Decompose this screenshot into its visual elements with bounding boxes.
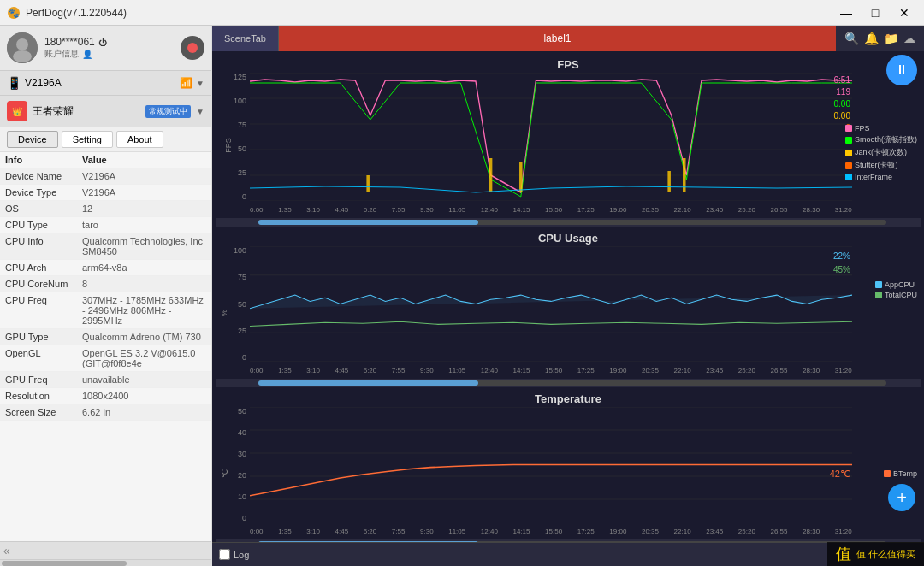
svg-point-3 bbox=[16, 38, 28, 50]
cpu-scroll-thumb[interactable] bbox=[258, 380, 478, 386]
scroll-thumb bbox=[2, 561, 127, 566]
fps-scroll-thumb[interactable] bbox=[258, 220, 478, 225]
cpu-scroll-track bbox=[258, 380, 886, 386]
cpu-current-display: 22% 45% bbox=[833, 250, 850, 277]
bottom-bar: Log bbox=[212, 542, 924, 566]
info-val-label: arm64-v8a bbox=[82, 262, 206, 273]
record-button[interactable] bbox=[181, 36, 204, 60]
info-key-label: CPU CoreNum bbox=[5, 279, 82, 289]
cpu-legend-total: TotalCPU bbox=[875, 291, 917, 299]
label-tab[interactable]: label1 bbox=[279, 26, 836, 51]
info-key-label: Device Type bbox=[5, 187, 82, 198]
info-val-label: unavailable bbox=[82, 374, 206, 385]
temp-legend: BTemp bbox=[884, 469, 917, 478]
settings-icon[interactable]: 👤 bbox=[82, 50, 92, 59]
fps-chart-section: FPS 1251007550250 FPS bbox=[212, 55, 924, 227]
log-checkbox[interactable] bbox=[219, 549, 230, 560]
temp-legend-btemp: BTemp bbox=[884, 469, 917, 478]
temp-scrollbar[interactable] bbox=[216, 539, 921, 542]
interframe-legend-color bbox=[845, 174, 852, 180]
temp-scroll-thumb[interactable] bbox=[258, 541, 478, 542]
info-header-key: Info bbox=[5, 155, 82, 165]
cpu-scrollbar[interactable] bbox=[216, 379, 921, 387]
smooth-legend-color bbox=[845, 137, 852, 144]
temp-chart-container: 50403020100 ℃ bbox=[216, 407, 921, 539]
info-val-label: V2196A bbox=[82, 187, 206, 198]
scene-tab[interactable]: SceneTab bbox=[212, 26, 279, 51]
svg-rect-13 bbox=[519, 162, 523, 192]
fps-scrollbar[interactable] bbox=[216, 218, 921, 227]
fps-chart-container: 1251007550250 FPS bbox=[216, 73, 921, 218]
fps-legend-stutter: Stutter(卡顿) bbox=[845, 160, 917, 171]
app-icon: 🐾 bbox=[7, 6, 21, 20]
info-val-label: 307MHz - 1785MHz 633MHz - 2496MHz 806MHz… bbox=[82, 295, 206, 326]
cpu-canvas bbox=[250, 246, 852, 362]
watermark-logo: 值 bbox=[836, 544, 851, 564]
fps-legend-interframe: InterFrame bbox=[845, 173, 917, 181]
fps-val3: 0.00 bbox=[834, 110, 850, 122]
info-row: Resolution1080x2400 bbox=[0, 388, 211, 404]
info-val-label: 8 bbox=[82, 279, 206, 289]
fps-y-axis: 1251007550250 bbox=[216, 73, 250, 201]
add-chart-button[interactable]: + bbox=[888, 484, 915, 511]
info-table: InfoValueDevice NameV2196ADevice TypeV21… bbox=[0, 152, 211, 541]
app-name-label: 王者荣耀 bbox=[33, 104, 140, 119]
svg-point-4 bbox=[13, 50, 32, 62]
info-row: OpenGLOpenGL ES 3.2 V@0615.0 (GIT@f0f8e4… bbox=[0, 345, 211, 372]
info-row: CPU InfoQualcomm Technologies, Inc SM845… bbox=[0, 233, 211, 260]
power-icon[interactable]: ⏻ bbox=[98, 38, 107, 47]
nav-arrows[interactable]: « bbox=[3, 544, 10, 557]
tab-device[interactable]: Device bbox=[7, 131, 58, 148]
device-dropdown-icon[interactable]: ▼ bbox=[196, 79, 204, 88]
tab-about[interactable]: About bbox=[116, 131, 163, 148]
fps-val2: 0.00 bbox=[834, 98, 850, 110]
device-row[interactable]: 📱 V2196A 📶 ▼ bbox=[0, 71, 211, 96]
fps-time-val: 6:51 bbox=[834, 74, 850, 86]
fps-chart-title: FPS bbox=[212, 55, 924, 73]
wifi-icon: 📶 bbox=[180, 77, 192, 89]
device-name-label: V2196A bbox=[25, 77, 176, 89]
cpu-x-axis: 0:001:353:104:456:207:559:3011:0512:4014… bbox=[250, 362, 852, 379]
app-row[interactable]: 👑 王者荣耀 常规测试中 ▼ bbox=[0, 96, 211, 127]
info-val-label: Qualcomm Adreno (TM) 730 bbox=[82, 332, 206, 342]
info-key-label: CPU Arch bbox=[5, 262, 82, 273]
temp-scroll-track bbox=[258, 541, 886, 542]
window-title: PerfDog(v7.1.220544) bbox=[26, 7, 833, 19]
sidebar-horizontal-scrollbar[interactable] bbox=[0, 559, 211, 566]
cpu-y-axis: 1007550250 bbox=[216, 246, 250, 362]
info-row: CPU Typetaro bbox=[0, 217, 211, 233]
info-val-label: OpenGL ES 3.2 V@0615.0 (GIT@f0f8e4e bbox=[82, 348, 206, 368]
cloud-icon[interactable]: ☁ bbox=[903, 32, 915, 45]
info-val-label: 1080x2400 bbox=[82, 391, 206, 401]
fps-legend: FPS Smooth(流畅指数) Jank(卡顿次数) Stutter bbox=[845, 124, 917, 181]
info-header-val: Value bbox=[82, 155, 206, 165]
info-row: CPU Freq307MHz - 1785MHz 633MHz - 2496MH… bbox=[0, 292, 211, 329]
tab-setting[interactable]: Setting bbox=[62, 131, 113, 148]
svg-rect-14 bbox=[667, 171, 671, 192]
sidebar: 180****061 ⏻ 账户信息 👤 📱 V2196A 📶 ▼ 👑 王者荣耀 bbox=[0, 26, 212, 566]
info-row: Device TypeV2196A bbox=[0, 185, 211, 201]
close-button[interactable]: ✕ bbox=[891, 4, 917, 21]
pause-button[interactable]: ⏸ bbox=[886, 55, 917, 85]
temp-canvas bbox=[250, 407, 852, 522]
app-game-icon: 👑 bbox=[7, 101, 27, 121]
info-key-label: Resolution bbox=[5, 391, 82, 401]
maximize-button[interactable]: □ bbox=[862, 4, 888, 21]
info-key-label: OS bbox=[5, 203, 82, 214]
app-dropdown-icon[interactable]: ▼ bbox=[196, 107, 204, 116]
info-key-label: GPU Type bbox=[5, 332, 82, 342]
cpu-app-val: 22% bbox=[833, 250, 850, 263]
info-row: Device NameV2196A bbox=[0, 168, 211, 185]
window-controls: — □ ✕ bbox=[833, 4, 917, 21]
temp-y-axis: 50403020100 bbox=[216, 407, 250, 522]
search-icon[interactable]: 🔍 bbox=[844, 32, 859, 45]
info-key-label: OpenGL bbox=[5, 348, 82, 358]
fps-legend-jank: Jank(卡顿次数) bbox=[845, 147, 917, 158]
minimize-button[interactable]: — bbox=[833, 4, 859, 21]
user-info: 180****061 ⏻ 账户信息 👤 bbox=[44, 36, 174, 60]
info-key-label: CPU Info bbox=[5, 236, 82, 246]
info-row: Screen Size6.62 in bbox=[0, 404, 211, 421]
folder-icon[interactable]: 📁 bbox=[884, 32, 898, 45]
notification-icon[interactable]: 🔔 bbox=[864, 32, 879, 45]
cpu-total-val: 45% bbox=[833, 263, 850, 277]
